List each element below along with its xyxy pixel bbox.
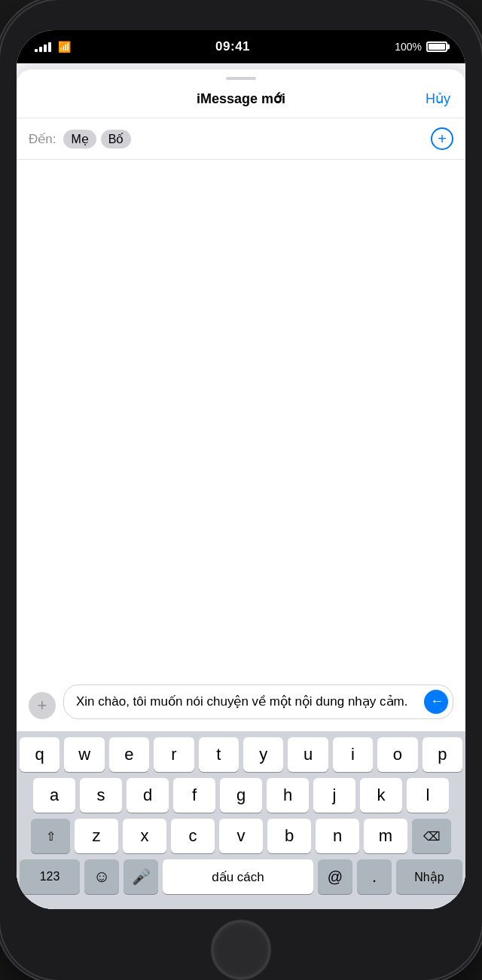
key-c[interactable]: c (171, 819, 215, 853)
send-button[interactable]: ↑ (424, 690, 448, 714)
battery-fill (429, 44, 445, 50)
numbers-label: 123 (40, 870, 60, 884)
key-u[interactable]: u (288, 737, 328, 772)
battery-percent: 100% (395, 41, 422, 53)
phone-frame: 📶 09:41 100% iMessage mới Hủy (0, 0, 482, 980)
shift-key[interactable]: ⇧ (31, 819, 70, 853)
compose-sheet: iMessage mới Hủy Đến: Mẹ Bố + + (17, 69, 465, 909)
cancel-button[interactable]: Hủy (426, 90, 450, 107)
key-p[interactable]: p (423, 737, 462, 772)
message-text[interactable]: Xin chào, tôi muốn nói chuyện về một nội… (76, 693, 415, 711)
keyboard-row-2: a s d f g h j k l (20, 778, 462, 813)
add-recipient-button[interactable]: + (431, 127, 453, 150)
keyboard: q w e r t y u i o p a s (17, 731, 465, 909)
key-r[interactable]: r (154, 737, 194, 772)
send-arrow-icon: ↑ (429, 698, 444, 705)
add-attachment-button[interactable]: + (29, 692, 56, 719)
battery-icon (426, 41, 447, 52)
keyboard-safe-area (20, 899, 462, 906)
return-key[interactable]: Nhập (396, 859, 462, 894)
period-key[interactable]: . (357, 859, 392, 894)
key-e[interactable]: e (109, 737, 149, 772)
text-input-container[interactable]: Xin chào, tôi muốn nói chuyện về một nội… (63, 684, 453, 719)
numbers-key[interactable]: 123 (20, 859, 80, 894)
at-key[interactable]: @ (318, 859, 352, 894)
key-n[interactable]: n (316, 819, 359, 853)
key-i[interactable]: i (333, 737, 373, 772)
key-x[interactable]: x (123, 819, 166, 853)
key-v[interactable]: v (219, 819, 263, 853)
key-h[interactable]: h (267, 778, 309, 813)
return-label: Nhập (414, 870, 444, 884)
status-left: 📶 (35, 41, 71, 53)
signal-bar-1 (35, 49, 38, 52)
app-content: iMessage mới Hủy Đến: Mẹ Bố + + (17, 63, 465, 909)
recipient-me[interactable]: Mẹ (63, 130, 96, 149)
sheet-header: iMessage mới Hủy (17, 80, 465, 118)
status-bar: 📶 09:41 100% (17, 30, 465, 63)
sheet-title: iMessage mới (197, 90, 285, 107)
at-label: @ (328, 868, 343, 886)
key-a[interactable]: a (33, 778, 75, 813)
plus-icon: + (438, 130, 447, 148)
key-t[interactable]: t (199, 737, 239, 772)
key-s[interactable]: s (80, 778, 122, 813)
key-z[interactable]: z (75, 819, 118, 853)
signal-bars (35, 42, 51, 52)
delete-key[interactable]: ⌫ (412, 819, 451, 853)
key-f[interactable]: f (173, 778, 215, 813)
home-button[interactable] (211, 920, 271, 980)
mic-icon: 🎤 (132, 868, 151, 886)
key-g[interactable]: g (220, 778, 262, 813)
key-o[interactable]: o (377, 737, 417, 772)
mic-key[interactable]: 🎤 (124, 859, 158, 894)
emoji-icon: ☺ (93, 867, 110, 887)
compose-row: + Xin chào, tôi muốn nói chuyện về một n… (29, 684, 453, 719)
signal-bar-4 (48, 42, 51, 52)
add-icon: + (38, 696, 47, 715)
key-k[interactable]: k (360, 778, 402, 813)
emoji-key[interactable]: ☺ (84, 859, 119, 894)
key-w[interactable]: w (64, 737, 104, 772)
keyboard-row-3: ⇧ z x c v b n m ⌫ (20, 819, 462, 853)
wifi-icon: 📶 (58, 41, 71, 53)
key-d[interactable]: d (127, 778, 169, 813)
message-area: + Xin chào, tôi muốn nói chuyện về một n… (17, 160, 465, 731)
recipient-bo[interactable]: Bố (101, 130, 132, 149)
signal-bar-2 (39, 47, 42, 52)
key-b[interactable]: b (267, 819, 311, 853)
key-j[interactable]: j (313, 778, 355, 813)
status-time: 09:41 (215, 39, 250, 54)
status-right: 100% (395, 41, 447, 53)
key-q[interactable]: q (20, 737, 59, 772)
keyboard-row-1: q w e r t y u i o p (20, 737, 462, 772)
signal-bar-3 (44, 44, 47, 52)
keyboard-bottom-row: 123 ☺ 🎤 dấu cách @ (20, 859, 462, 894)
screen: 📶 09:41 100% iMessage mới Hủy (17, 30, 465, 909)
to-field[interactable]: Đến: Mẹ Bố + (17, 118, 465, 160)
key-m[interactable]: m (364, 819, 407, 853)
space-key[interactable]: dấu cách (163, 859, 313, 894)
space-label: dấu cách (212, 869, 264, 885)
to-label: Đến: (29, 131, 56, 147)
key-l[interactable]: l (407, 778, 449, 813)
period-label: . (372, 867, 377, 887)
key-y[interactable]: y (243, 737, 283, 772)
